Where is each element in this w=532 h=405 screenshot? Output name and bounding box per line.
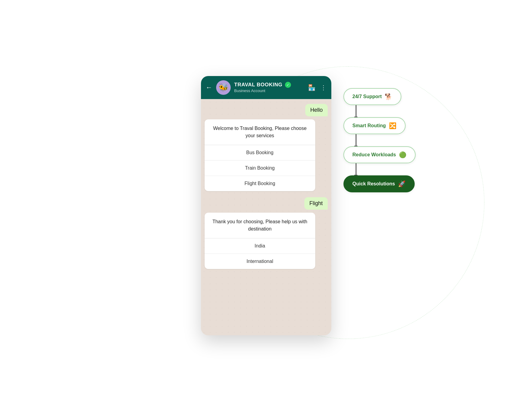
flight-booking-option[interactable]: Flight Booking: [205, 176, 315, 191]
flight-bubble: Flight: [304, 197, 327, 210]
welcome-message: Welcome to Traval Booking, Please choose…: [205, 119, 315, 145]
routing-panel: 24/7 Support 🐕 Smart Routing 🔀 Reduce Wo…: [337, 88, 434, 192]
avatar: 🐝: [216, 80, 231, 95]
phone-mockup: ← 🐝 TRAVAL BOOKING ✓ Business Account 🏪 …: [201, 76, 331, 335]
store-icon[interactable]: 🏪: [308, 84, 316, 91]
connector-2: [356, 134, 356, 146]
welcome-card: Welcome to Traval Booking, Please choose…: [205, 119, 315, 191]
smart-routing-label: Smart Routing: [353, 123, 386, 128]
header-actions: 🏪 ⋮: [308, 84, 326, 91]
connector-1: [356, 105, 356, 117]
thank-you-message: Thank you for choosing, Please help us w…: [205, 213, 315, 238]
hello-bubble: Hello: [305, 104, 327, 116]
name-row: TRAVAL BOOKING ✓: [234, 82, 304, 88]
chat-info: TRAVAL BOOKING ✓ Business Account: [234, 82, 304, 93]
main-container: ← 🐝 TRAVAL BOOKING ✓ Business Account 🏪 …: [201, 76, 331, 335]
bus-booking-option[interactable]: Bus Booking: [205, 145, 315, 161]
chat-subtitle: Business Account: [234, 88, 304, 93]
india-option[interactable]: India: [205, 238, 315, 254]
back-button[interactable]: ←: [206, 84, 212, 91]
resolutions-icon: 🚀: [398, 180, 406, 188]
menu-icon[interactable]: ⋮: [320, 84, 326, 91]
chat-body: Hello Welcome to Traval Booking, Please …: [201, 99, 331, 335]
train-booking-option[interactable]: Train Booking: [205, 161, 315, 176]
destination-card: Thank you for choosing, Please help us w…: [205, 213, 315, 269]
resolutions-label: Quick Resolutions: [353, 181, 395, 187]
workloads-label: Reduce Workloads: [353, 152, 396, 158]
workloads-icon: 🟢: [399, 151, 407, 158]
international-option[interactable]: International: [205, 254, 315, 269]
wa-header: ← 🐝 TRAVAL BOOKING ✓ Business Account 🏪 …: [201, 76, 331, 99]
support-label: 24/7 Support: [353, 94, 382, 99]
connector-3: [356, 163, 356, 175]
routing-node-support: 24/7 Support 🐕: [343, 88, 402, 105]
support-icon: 🐕: [385, 93, 392, 100]
chat-name: TRAVAL BOOKING: [234, 82, 283, 88]
routing-node-resolutions: Quick Resolutions 🚀: [343, 175, 415, 192]
avatar-icon: 🐝: [219, 83, 228, 92]
smart-routing-icon: 🔀: [389, 122, 396, 129]
routing-node-workloads: Reduce Workloads 🟢: [343, 146, 416, 163]
verified-badge: ✓: [285, 82, 291, 88]
routing-node-smart: Smart Routing 🔀: [343, 117, 406, 134]
chat-sep-1: [205, 194, 328, 197]
